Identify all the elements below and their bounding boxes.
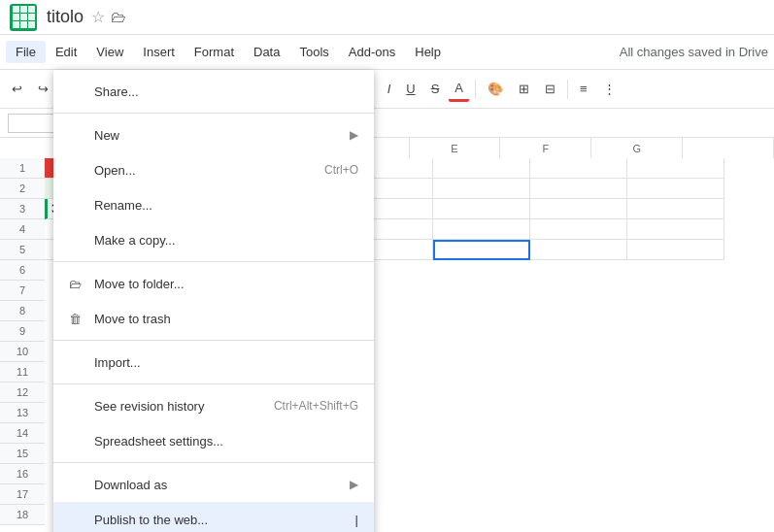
cell-f5[interactable] bbox=[530, 240, 627, 260]
row-4: 4 bbox=[0, 219, 45, 240]
cell-e2[interactable] bbox=[433, 179, 530, 199]
col-header-e: E bbox=[410, 138, 501, 158]
menu-tools[interactable]: Tools bbox=[289, 41, 338, 63]
italic-button[interactable]: I bbox=[382, 78, 397, 100]
divider-2 bbox=[53, 340, 374, 341]
row-16: 16 bbox=[0, 464, 45, 484]
row-14: 14 bbox=[0, 423, 45, 444]
cell-e3[interactable] bbox=[433, 199, 530, 219]
text-color-button[interactable]: A bbox=[449, 77, 469, 102]
menu-edit[interactable]: Edit bbox=[46, 41, 86, 63]
align-button[interactable]: ≡ bbox=[574, 78, 593, 100]
document-title: titolo bbox=[47, 7, 84, 27]
menu-item-make-copy[interactable]: Make a copy... bbox=[53, 222, 374, 257]
row-10: 10 bbox=[0, 342, 45, 362]
spreadsheet-settings-label: Spreadsheet settings... bbox=[94, 434, 223, 449]
menu-item-spreadsheet-settings[interactable]: Spreadsheet settings... bbox=[53, 423, 374, 458]
row-3: 3 bbox=[0, 199, 45, 219]
folder-icon: 🗁 bbox=[111, 9, 126, 26]
row-5: 5 bbox=[0, 240, 45, 260]
menu-item-share[interactable]: Share... bbox=[53, 74, 374, 109]
import-label: Import... bbox=[94, 355, 141, 370]
cell-f1[interactable] bbox=[530, 158, 627, 179]
divider-3 bbox=[53, 383, 374, 384]
cell-g4[interactable] bbox=[627, 219, 724, 240]
cell-g5[interactable] bbox=[627, 240, 724, 260]
open-shortcut: Ctrl+O bbox=[324, 163, 358, 177]
menu-help[interactable]: Help bbox=[405, 41, 451, 63]
cell-g2[interactable] bbox=[627, 179, 724, 199]
menu-item-rename[interactable]: Rename... bbox=[53, 187, 374, 222]
cell-g3[interactable] bbox=[627, 199, 724, 219]
menu-item-move-to-folder[interactable]: 🗁 Move to folder... bbox=[53, 266, 374, 301]
underline-button[interactable]: U bbox=[400, 78, 421, 100]
cell-e5[interactable] bbox=[433, 240, 530, 260]
publish-to-web-label: Publish to the web... bbox=[94, 513, 208, 527]
menu-item-download-as[interactable]: Download as ▶ bbox=[53, 467, 374, 502]
menu-item-revision-history[interactable]: See revision history Ctrl+Alt+Shift+G bbox=[53, 388, 374, 423]
move-to-folder-label: Move to folder... bbox=[94, 277, 185, 291]
menu-item-move-to-trash[interactable]: 🗑 Move to trash bbox=[53, 301, 374, 336]
cell-f3[interactable] bbox=[530, 199, 627, 219]
cell-e1[interactable] bbox=[433, 158, 530, 179]
row-6: 6 bbox=[0, 260, 45, 281]
menu-insert[interactable]: Insert bbox=[133, 41, 185, 63]
row-11: 11 bbox=[0, 362, 45, 382]
open-label: Open... bbox=[94, 163, 136, 178]
separator5 bbox=[567, 80, 568, 99]
menu-item-new[interactable]: New ▶ bbox=[53, 117, 374, 152]
more-button[interactable]: ⋮ bbox=[597, 78, 622, 100]
divider-1 bbox=[53, 261, 374, 262]
make-copy-label: Make a copy... bbox=[94, 233, 176, 248]
cell-f4[interactable] bbox=[530, 219, 627, 240]
menu-addons[interactable]: Add-ons bbox=[339, 41, 405, 63]
divider-4 bbox=[53, 462, 374, 463]
folder-move-icon: 🗁 bbox=[69, 277, 90, 291]
revision-history-label: See revision history bbox=[94, 399, 204, 414]
menu-item-import[interactable]: Import... bbox=[53, 345, 374, 380]
row-7: 7 bbox=[0, 281, 45, 301]
row-13: 13 bbox=[0, 403, 45, 423]
fill-color-button[interactable]: 🎨 bbox=[482, 78, 509, 100]
row-8: 8 bbox=[0, 301, 45, 321]
app-icon bbox=[10, 4, 37, 31]
separator4 bbox=[475, 80, 476, 99]
merge-button[interactable]: ⊟ bbox=[539, 78, 561, 100]
download-arrow-icon: ▶ bbox=[350, 478, 358, 491]
row-1: 1 bbox=[0, 158, 45, 179]
cell-reference[interactable] bbox=[8, 114, 56, 133]
col-header-f: F bbox=[500, 138, 591, 158]
menu-item-publish-to-web[interactable]: Publish to the web... | bbox=[53, 502, 374, 532]
save-status: All changes saved in Drive bbox=[620, 45, 768, 59]
menu-format[interactable]: Format bbox=[185, 41, 244, 63]
menu-bar: File Edit View Insert Format Data Tools … bbox=[0, 35, 774, 70]
cell-f2[interactable] bbox=[530, 179, 627, 199]
row-12: 12 bbox=[0, 382, 45, 403]
cell-g1[interactable] bbox=[627, 158, 724, 179]
app-icon-grid bbox=[13, 6, 35, 28]
menu-item-open[interactable]: Open... Ctrl+O bbox=[53, 152, 374, 187]
row-2: 2 bbox=[0, 179, 45, 199]
col-header-h bbox=[683, 138, 774, 158]
menu-data[interactable]: Data bbox=[244, 41, 289, 63]
move-to-trash-label: Move to trash bbox=[94, 312, 171, 326]
file-menu-dropdown: Share... New ▶ Open... Ctrl+O Rename... … bbox=[53, 70, 374, 532]
cell-e4[interactable] bbox=[433, 219, 530, 240]
row-9: 9 bbox=[0, 321, 45, 342]
revision-history-shortcut: Ctrl+Alt+Shift+G bbox=[274, 399, 358, 413]
cursor-indicator: | bbox=[355, 513, 358, 527]
title-bar: titolo ☆ 🗁 bbox=[0, 0, 774, 35]
divider-0 bbox=[53, 113, 374, 114]
new-label: New bbox=[94, 128, 119, 143]
menu-file[interactable]: File bbox=[6, 41, 46, 63]
star-icon[interactable]: ☆ bbox=[91, 8, 105, 26]
share-label: Share... bbox=[94, 84, 139, 99]
borders-button[interactable]: ⊞ bbox=[513, 78, 535, 100]
redo-button[interactable]: ↪ bbox=[32, 78, 54, 100]
strikethrough-button[interactable]: S bbox=[425, 78, 446, 100]
row-15: 15 bbox=[0, 444, 45, 464]
row-17: 17 bbox=[0, 484, 45, 505]
col-header-g: G bbox=[591, 138, 683, 158]
undo-button[interactable]: ↩ bbox=[6, 78, 28, 100]
menu-view[interactable]: View bbox=[86, 41, 133, 63]
